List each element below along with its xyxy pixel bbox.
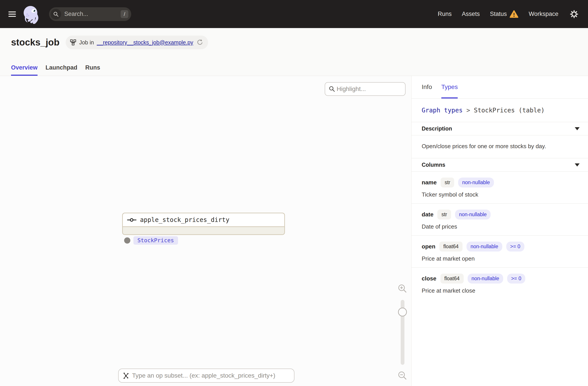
column-row-tags: close float64 non-nullable >= 0 bbox=[422, 274, 578, 284]
tab-runs[interactable]: Runs bbox=[85, 64, 100, 76]
page-tabs: Overview Launchpad Runs bbox=[11, 64, 100, 76]
op-selection-graph-icon bbox=[122, 372, 129, 379]
search-icon bbox=[51, 9, 61, 20]
job-graph-icon bbox=[70, 39, 76, 45]
column-name: close bbox=[422, 275, 437, 282]
refresh-icon[interactable] bbox=[197, 39, 203, 46]
column-constraint-tag: >= 0 bbox=[506, 242, 525, 251]
type-breadcrumb: Graph types > StockPrices (table) bbox=[412, 99, 588, 122]
column-name: date bbox=[422, 211, 433, 218]
tab-launchpad[interactable]: Launchpad bbox=[45, 64, 77, 76]
description-section-title: Description bbox=[422, 125, 452, 132]
breadcrumb-separator: > bbox=[466, 107, 470, 114]
column-description: Price at market open bbox=[422, 255, 578, 262]
column-description: Price at market close bbox=[422, 287, 578, 294]
op-io-icon bbox=[127, 217, 137, 223]
main-content: apple_stock_prices_dirty StockPrices bbox=[0, 76, 588, 386]
op-graph-canvas[interactable]: apple_stock_prices_dirty StockPrices bbox=[0, 76, 411, 386]
navbar-left: / bbox=[8, 4, 131, 24]
tab-overview[interactable]: Overview bbox=[11, 64, 38, 76]
settings-gear-icon[interactable] bbox=[570, 10, 578, 18]
column-type-tag: str bbox=[437, 210, 451, 220]
job-origin-badge: Job in __repository__stocks_job@example.… bbox=[66, 36, 208, 49]
panel-tabs: Info Types bbox=[412, 76, 588, 99]
column-row-tags: name str non-nullable bbox=[422, 178, 578, 187]
nav-link-assets[interactable]: Assets bbox=[462, 11, 480, 18]
job-badge-prefix: Job in bbox=[79, 39, 94, 46]
op-output-handle bbox=[124, 237, 130, 244]
column-name: name bbox=[422, 179, 437, 186]
column-name: open bbox=[422, 243, 435, 250]
column-row-close: close float64 non-nullable >= 0 Price at… bbox=[412, 268, 588, 299]
page-title: stocks_job bbox=[11, 37, 60, 48]
zoom-out-icon[interactable] bbox=[397, 370, 408, 381]
column-type-tag: float64 bbox=[439, 242, 462, 251]
zoom-slider-handle[interactable] bbox=[398, 308, 407, 316]
column-type-tag: float64 bbox=[441, 274, 464, 284]
zoom-in-icon[interactable] bbox=[397, 284, 408, 294]
highlight-input[interactable] bbox=[337, 85, 401, 93]
breadcrumb-current: StockPrices (table) bbox=[474, 107, 545, 114]
description-section-header[interactable]: Description bbox=[412, 122, 588, 135]
description-section-body: Open/close prices for one or more stocks… bbox=[412, 135, 588, 158]
columns-section-title: Columns bbox=[422, 162, 445, 168]
type-info-panel: Info Types Graph types > StockPrices (ta… bbox=[411, 76, 588, 386]
output-type-tag[interactable]: StockPrices bbox=[133, 236, 178, 245]
page-header: stocks_job Job in __repository__stocks_j… bbox=[0, 28, 588, 76]
column-row-date: date str non-nullable Date of prices bbox=[412, 203, 588, 236]
repository-file-link[interactable]: __repository__stocks_job@example.py bbox=[97, 39, 193, 46]
highlight-search-icon bbox=[329, 86, 335, 92]
column-constraint-tag: non-nullable bbox=[466, 242, 502, 251]
op-node-name: apple_stock_prices_dirty bbox=[140, 216, 230, 223]
column-constraint-tag: non-nullable bbox=[455, 210, 491, 220]
nav-link-status[interactable]: Status bbox=[490, 10, 519, 18]
highlight-search bbox=[325, 82, 406, 96]
column-constraint-tag: non-nullable bbox=[458, 178, 494, 187]
op-subset-selector bbox=[118, 368, 294, 383]
zoom-controls bbox=[396, 284, 409, 381]
title-row: stocks_job Job in __repository__stocks_j… bbox=[11, 36, 208, 49]
nav-link-status-label: Status bbox=[490, 11, 507, 18]
nav-link-runs[interactable]: Runs bbox=[438, 11, 452, 18]
nav-link-workspace[interactable]: Workspace bbox=[528, 11, 558, 18]
navbar-links: Runs Assets Status Workspace bbox=[438, 10, 578, 18]
op-node-body bbox=[123, 226, 284, 234]
global-search: / bbox=[49, 7, 131, 21]
warning-icon bbox=[510, 10, 518, 18]
column-constraint-tag: non-nullable bbox=[468, 274, 503, 284]
top-navbar: / Runs Assets Status Workspace bbox=[0, 0, 588, 28]
search-input[interactable] bbox=[61, 11, 121, 18]
op-node-title: apple_stock_prices_dirty bbox=[123, 213, 284, 226]
search-shortcut-key: / bbox=[121, 10, 128, 18]
op-node-apple-stock-prices-dirty[interactable]: apple_stock_prices_dirty bbox=[122, 213, 285, 235]
column-description: Ticker symbol of stock bbox=[422, 191, 578, 198]
dagster-logo-icon[interactable] bbox=[21, 4, 41, 24]
chevron-down-icon[interactable] bbox=[575, 127, 580, 130]
column-description: Date of prices bbox=[422, 223, 578, 230]
columns-section-header[interactable]: Columns bbox=[412, 158, 588, 172]
column-row-tags: date str non-nullable bbox=[422, 210, 578, 220]
breadcrumb-graph-types-link[interactable]: Graph types bbox=[422, 107, 462, 114]
menu-icon[interactable] bbox=[8, 11, 16, 17]
column-constraint-tag: >= 0 bbox=[507, 274, 525, 284]
panel-tab-info[interactable]: Info bbox=[422, 76, 432, 99]
zoom-slider-track[interactable] bbox=[401, 300, 404, 365]
column-row-tags: open float64 non-nullable >= 0 bbox=[422, 242, 578, 251]
chevron-down-icon[interactable] bbox=[575, 163, 580, 166]
column-type-tag: str bbox=[441, 178, 454, 187]
panel-tab-types[interactable]: Types bbox=[441, 76, 458, 99]
column-row-name: name str non-nullable Ticker symbol of s… bbox=[412, 172, 588, 203]
op-subset-input[interactable] bbox=[132, 372, 290, 379]
column-row-open: open float64 non-nullable >= 0 Price at … bbox=[412, 236, 588, 268]
